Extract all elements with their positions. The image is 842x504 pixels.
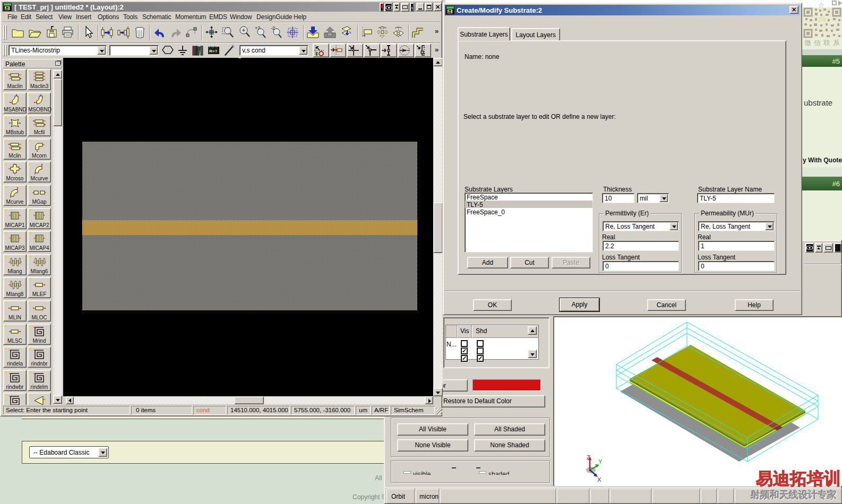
svg-text:Y: Y bbox=[598, 458, 603, 465]
svg-text:R=?: R=? bbox=[209, 49, 217, 54]
svg-text:X: X bbox=[597, 476, 602, 483]
svg-text:Z: Z bbox=[587, 454, 590, 460]
